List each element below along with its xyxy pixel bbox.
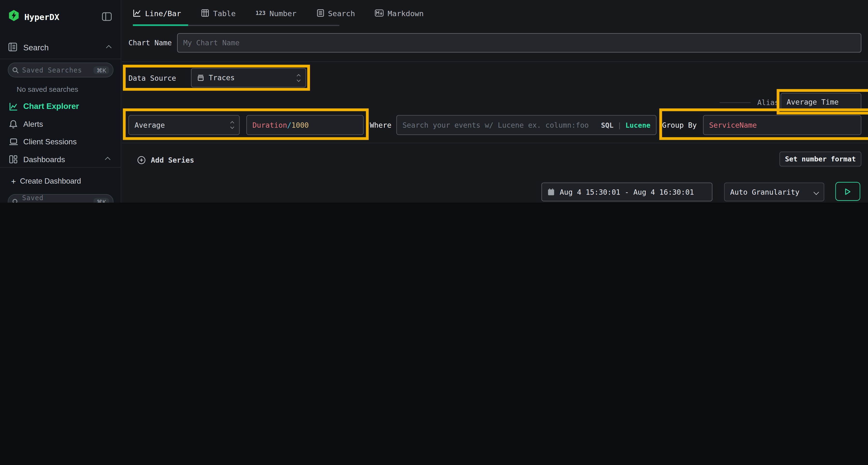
tab-table[interactable]: Table [201,9,236,18]
calendar-icon [548,188,555,196]
tab-markdown[interactable]: Markdown [375,9,424,18]
markdown-icon [375,9,384,16]
alias-value: Average Time [787,98,839,106]
no-saved-searches-text: No saved searches [17,85,78,94]
granularity-select[interactable]: Auto Granularity [724,182,824,201]
saved-dashboards-placeholder: Saved Dashboards [22,194,91,203]
expression-value: 1000 [291,121,309,129]
expression-field: Duration [252,121,287,129]
chart-name-placeholder: My Chart Name [183,39,240,47]
hyperdx-logo-icon [8,9,20,22]
expression-operator: / [287,121,291,129]
sql-toggle[interactable]: SQL [601,121,614,129]
chart-type-tabbar: Line/Bar Table 123 Number Search Markdow… [122,0,868,26]
number-123-icon: 123 [255,10,266,16]
sidebar-item-chart-explorer[interactable]: Chart Explorer [0,98,121,114]
add-series-label: Add Series [151,156,194,164]
chart-name-label: Chart Name [128,39,172,47]
alias-input[interactable]: Average Time [780,93,861,111]
sidebar-collapse-icon[interactable] [102,12,112,21]
search-doc-icon [316,9,324,17]
sidebar-divider [0,167,121,167]
search-icon [12,198,19,203]
active-tab-underline [133,24,188,26]
sidebar-item-label: Client Sessions [23,137,77,146]
sidebar-item-label: Dashboards [23,155,65,164]
time-range-input[interactable]: Aug 4 15:30:01 - Aug 4 16:30:01 [541,182,712,201]
where-input[interactable]: Search your events w/ Lucene ex. column:… [396,115,656,135]
dashboards-icon [8,155,18,164]
saved-searches-input[interactable]: Saved Searches ⌘K [8,62,114,77]
bell-icon [8,119,18,129]
shortcut-badge: ⌘K [94,66,109,74]
sidebar-item-dashboards[interactable]: Dashboards [0,151,121,168]
chevron-up-icon[interactable] [106,45,112,51]
chart-name-input[interactable]: My Chart Name [177,33,862,53]
alias-connector-line [720,102,751,103]
divider [122,61,868,62]
group-by-label: Group By [662,121,697,129]
where-placeholder: Search your events w/ Lucene ex. column:… [402,121,589,129]
run-query-button[interactable] [835,182,860,201]
tab-label: Markdown [388,9,424,18]
select-chevrons-icon [231,122,234,128]
aggregation-value: Average [134,121,165,129]
main-content: Line/Bar Table 123 Number Search Markdow… [122,0,868,203]
language-toggle: SQL | Lucene [601,121,651,129]
plus-icon: + [11,176,16,186]
group-by-value: ServiceName [709,121,757,129]
sidebar-section-search[interactable]: Search [23,43,49,52]
chevron-up-icon[interactable] [105,157,111,162]
granularity-value: Auto Granularity [730,188,800,196]
tab-label: Table [213,9,236,18]
time-range-value: Aug 4 15:30:01 - Aug 4 16:30:01 [560,188,694,196]
chart-line-icon [8,101,18,111]
chevron-down-icon [813,189,819,195]
line-chart-icon [133,9,141,17]
shortcut-badge: ⌘K [94,198,109,203]
data-source-select[interactable]: Traces [191,68,306,87]
table-icon [201,9,209,17]
tab-label: Number [270,9,297,18]
sidebar-divider [0,59,121,59]
alias-label: Alias [757,99,779,107]
tab-label: Search [328,9,355,18]
sidebar: HyperDX Search Saved Searches ⌘K No save… [0,0,121,203]
expression-input[interactable]: Duration/1000 [246,115,364,135]
create-dashboard-label: Create Dashboard [20,177,81,185]
search-icon [12,67,19,73]
data-source-label: Data Source [128,74,176,82]
tab-number[interactable]: 123 Number [255,9,297,18]
set-number-format-button[interactable]: Set number format [779,152,862,166]
create-dashboard-button[interactable]: + Create Dashboard [0,172,121,189]
sidebar-item-label: Alerts [23,120,43,128]
add-series-button[interactable]: Add Series [137,155,194,165]
tab-line-bar[interactable]: Line/Bar [133,9,181,18]
tab-search[interactable]: Search [316,9,355,18]
toggle-divider: | [618,121,622,129]
play-icon [845,188,851,195]
brand-title: HyperDX [24,12,59,22]
saved-dashboards-input[interactable]: Saved Dashboards ⌘K [8,194,114,203]
select-chevrons-icon [297,74,300,81]
sidebar-item-client-sessions[interactable]: Client Sessions [0,133,121,150]
sidebar-item-alerts[interactable]: Alerts [0,115,121,132]
saved-searches-placeholder: Saved Searches [22,66,91,74]
set-number-format-label: Set number format [785,155,856,163]
where-label: Where [370,121,392,129]
lucene-toggle[interactable]: Lucene [625,121,651,129]
aggregation-select[interactable]: Average [128,115,240,135]
data-source-value: Traces [209,73,235,82]
tabbar-underline [188,25,340,26]
hyperdx-chart-explorer: HyperDX Search Saved Searches ⌘K No save… [0,0,868,203]
divider [122,143,868,143]
plus-circle-icon [137,156,145,164]
database-icon [197,74,204,81]
tab-label: Line/Bar [145,9,181,18]
sidebar-item-label: Chart Explorer [23,102,79,110]
laptop-icon [8,138,18,146]
group-by-input[interactable]: ServiceName [703,115,862,135]
search-section-icon [8,43,17,52]
